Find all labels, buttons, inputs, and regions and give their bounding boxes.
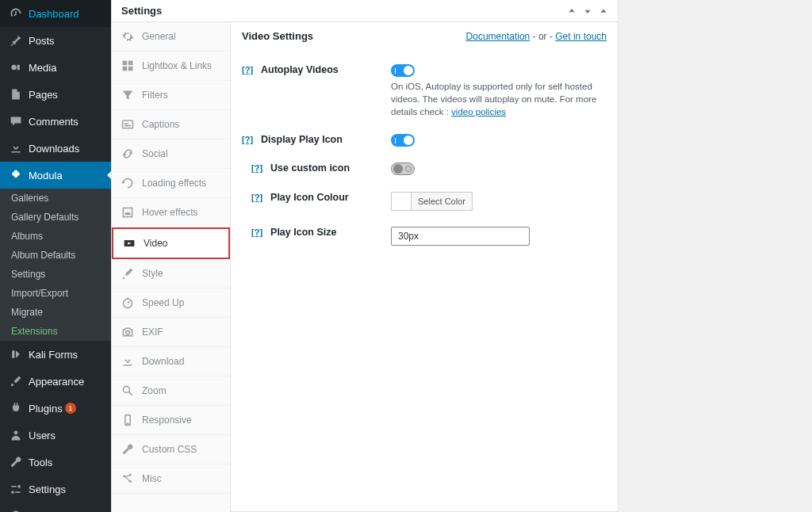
sidebar-item-appearance[interactable]: Appearance	[0, 368, 111, 395]
help-icon[interactable]: [?]	[251, 227, 262, 237]
sidebar-item-users[interactable]: Users	[0, 422, 111, 449]
svg-rect-6	[123, 67, 128, 71]
tab-video[interactable]: Video	[112, 227, 230, 259]
sidebar-item-seo[interactable]: SEO	[0, 502, 111, 512]
play-icon-size-input[interactable]	[391, 227, 530, 246]
tab-responsive[interactable]: Responsive	[112, 406, 230, 435]
sidebar-item-posts[interactable]: Posts	[0, 27, 111, 54]
row-use-custom-icon: [?] Use custom icon	[242, 155, 607, 184]
sidebar-label: Dashboard	[29, 8, 79, 20]
help-icon[interactable]: [?]	[251, 163, 262, 173]
field-label: Display Play Icon	[261, 134, 343, 145]
settings-metabox: Settings General Lightbox & Links Filter…	[111, 0, 619, 512]
page-icon	[8, 86, 24, 102]
sidebar-label: Users	[29, 430, 56, 441]
help-icon[interactable]: [?]	[251, 193, 262, 202]
tab-label: Loading effects	[142, 178, 206, 189]
settings-content: Video Settings Documentation - or - Get …	[231, 22, 618, 277]
doc-links: Documentation - or - Get in touch	[466, 31, 607, 42]
tab-captions[interactable]: Captions	[112, 110, 230, 139]
tab-label: EXIF	[142, 327, 163, 338]
tab-label: Lightbox & Links	[142, 60, 212, 71]
get-in-touch-link[interactable]: Get in touch	[555, 31, 607, 42]
submenu-settings[interactable]: Settings	[0, 265, 111, 284]
svg-rect-7	[128, 67, 133, 71]
tab-social[interactable]: Social	[112, 139, 230, 169]
metabox-title: Settings	[121, 5, 162, 17]
tab-loading[interactable]: Loading effects	[112, 169, 230, 198]
tab-lightbox[interactable]: Lightbox & Links	[112, 52, 230, 81]
submenu-albums[interactable]: Albums	[0, 227, 111, 246]
svg-rect-4	[123, 61, 128, 66]
tab-exif[interactable]: EXIF	[112, 318, 230, 347]
sidebar-item-settings[interactable]: Settings	[0, 476, 111, 502]
sidebar-label: Tools	[29, 457, 52, 468]
documentation-link[interactable]: Documentation	[466, 31, 530, 42]
svg-rect-10	[125, 212, 130, 215]
plug-icon	[8, 400, 24, 416]
tab-zoom[interactable]: Zoom	[112, 376, 230, 406]
submenu-extensions[interactable]: Extensions	[0, 322, 111, 341]
download-icon	[8, 140, 24, 156]
plugins-update-badge: 1	[65, 403, 76, 414]
submenu-migrate[interactable]: Migrate	[0, 303, 111, 322]
sidebar-label: Appearance	[29, 376, 84, 388]
sidebar-item-media[interactable]: Media	[0, 54, 111, 81]
submenu-import-export[interactable]: Import/Export	[0, 284, 111, 303]
tab-download[interactable]: Download	[112, 347, 230, 376]
tab-label: General	[142, 31, 176, 42]
colour-swatch[interactable]	[391, 192, 412, 211]
row-autoplay-videos: [?] Autoplay Videos On iOS, Autoplay is …	[242, 56, 607, 126]
field-label: Autoplay Videos	[261, 64, 339, 75]
tab-general[interactable]: General	[112, 22, 230, 52]
settings-tabs: General Lightbox & Links Filters Caption…	[112, 22, 231, 512]
gauge-icon	[8, 6, 24, 21]
sidebar-item-tools[interactable]: Tools	[0, 449, 111, 476]
sidebar-label: Pages	[29, 89, 58, 101]
tab-speedup[interactable]: Speed Up	[112, 288, 230, 318]
sidebar-item-dashboard[interactable]: Dashboard	[0, 0, 111, 27]
tab-label: Download	[142, 356, 184, 367]
custom-icon-toggle[interactable]	[391, 162, 415, 175]
user-icon	[8, 427, 24, 443]
sidebar-label: Downloads	[29, 143, 79, 155]
help-icon[interactable]: [?]	[242, 65, 253, 75]
help-icon[interactable]: [?]	[242, 135, 253, 144]
metabox-header: Settings	[112, 0, 618, 22]
sidebar-item-modula[interactable]: Modula	[0, 162, 111, 189]
row-play-icon-size: [?] Play Icon Size	[242, 219, 607, 254]
sidebar-label: Settings	[29, 483, 66, 495]
toggle-panel-icon[interactable]	[599, 6, 608, 16]
sidebar-item-pages[interactable]: Pages	[0, 81, 111, 108]
sidebar-item-kali-forms[interactable]: Kali Forms	[0, 341, 111, 368]
tab-style[interactable]: Style	[112, 259, 230, 288]
tab-custom-css[interactable]: Custom CSS	[112, 435, 230, 464]
field-label: Play Icon Colour	[270, 192, 349, 203]
tab-filters[interactable]: Filters	[112, 81, 230, 110]
submenu-galleries[interactable]: Galleries	[0, 189, 111, 208]
tab-label: Hover effects	[142, 207, 197, 218]
sidebar-item-downloads[interactable]: Downloads	[0, 135, 111, 162]
submenu-album-defaults[interactable]: Album Defaults	[0, 246, 111, 265]
select-color-button[interactable]: Select Color	[412, 192, 473, 211]
autoplay-toggle[interactable]	[391, 64, 415, 77]
sidebar-label: Posts	[29, 35, 55, 47]
pin-icon	[8, 32, 24, 48]
sidebar-label: Plugins	[29, 403, 63, 415]
tab-hover[interactable]: Hover effects	[112, 198, 230, 227]
svg-point-1	[14, 430, 18, 434]
video-policies-link[interactable]: video policies	[451, 107, 506, 117]
svg-point-0	[11, 65, 16, 70]
tab-label: Zoom	[142, 385, 167, 396]
display-play-icon-toggle[interactable]	[391, 134, 415, 147]
tab-misc[interactable]: Misc	[112, 464, 230, 494]
sidebar-label: Kali Forms	[29, 349, 78, 361]
sidebar-item-plugins[interactable]: Plugins 1	[0, 395, 111, 422]
submenu-gallery-defaults[interactable]: Gallery Defaults	[0, 208, 111, 227]
sidebar-item-comments[interactable]: Comments	[0, 108, 111, 135]
row-play-icon-colour: [?] Play Icon Colour Select Color	[242, 184, 607, 219]
move-up-icon[interactable]	[567, 6, 576, 16]
move-down-icon[interactable]	[583, 6, 592, 16]
separator-or: - or -	[533, 31, 556, 42]
field-label: Use custom icon	[270, 162, 350, 174]
